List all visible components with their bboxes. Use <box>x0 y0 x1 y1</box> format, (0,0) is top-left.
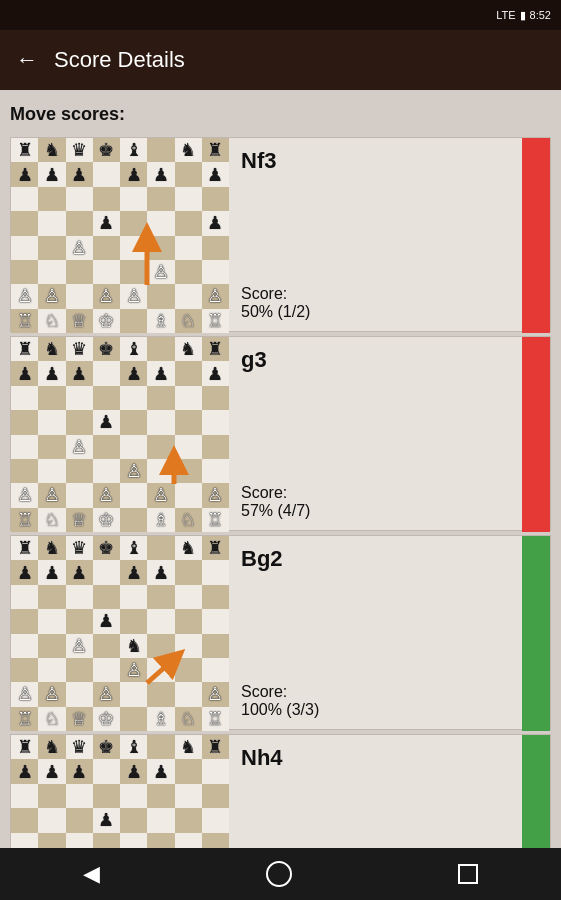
time: 8:52 <box>530 9 551 21</box>
nav-home-button[interactable] <box>266 861 292 887</box>
move-card[interactable]: ♜♞♛♚♝♞♜♟♟♟♟♟♟♟♟♙♙♙♙♙♙♙♖♘♕♔♗♘♖Nf3Score: 5… <box>10 137 551 332</box>
score-bar <box>522 735 550 848</box>
chess-board: ♜♞♛♚♝♞♜♟♟♟♟♟♟♟♟♙♙♙♙♙♙♙♖♘♕♔♗♘♖ <box>11 138 229 333</box>
score-bar <box>522 138 550 333</box>
signal-icon: LTE <box>496 9 515 21</box>
nav-back-button[interactable]: ◀ <box>83 861 100 887</box>
section-title: Move scores: <box>10 104 551 125</box>
chess-board: ♜♞♛♚♝♞♜♟♟♟♟♟♟♟♙♙♙♙♙♙♙♖♘♕♔♗♘♖ <box>11 337 229 532</box>
chess-board: ♜♞♛♚♝♞♜♟♟♟♟♟♟♙♞♙♙♙♙♙♖♘♕♔♗♘♖ <box>11 536 229 731</box>
page-title: Score Details <box>54 47 185 73</box>
move-name: Nf3 <box>241 148 510 174</box>
move-card[interactable]: ♜♞♛♚♝♞♜♟♟♟♟♟♟Nh4 <box>10 734 551 848</box>
status-icons: LTE ▮ 8:52 <box>496 9 551 22</box>
move-card[interactable]: ♜♞♛♚♝♞♜♟♟♟♟♟♟♟♙♙♙♙♙♙♙♖♘♕♔♗♘♖g3Score: 57%… <box>10 336 551 531</box>
move-name: Bg2 <box>241 546 510 572</box>
move-info: Nh4 <box>229 735 522 848</box>
top-bar: ← Score Details <box>0 30 561 90</box>
move-info: g3Score: 57% (4/7) <box>229 337 522 530</box>
nav-recents-button[interactable] <box>458 864 478 884</box>
bottom-nav: ◀ <box>0 848 561 900</box>
move-card[interactable]: ♜♞♛♚♝♞♜♟♟♟♟♟♟♙♞♙♙♙♙♙♖♘♕♔♗♘♖Bg2Score: 100… <box>10 535 551 730</box>
move-name: g3 <box>241 347 510 373</box>
move-score: Score: 57% (4/7) <box>241 484 510 520</box>
move-info: Bg2Score: 100% (3/3) <box>229 536 522 729</box>
move-score: Score: 50% (1/2) <box>241 285 510 321</box>
score-bar <box>522 536 550 731</box>
chess-board: ♜♞♛♚♝♞♜♟♟♟♟♟♟ <box>11 735 229 848</box>
move-name: Nh4 <box>241 745 510 771</box>
back-button[interactable]: ← <box>16 47 38 73</box>
status-bar: LTE ▮ 8:52 <box>0 0 561 30</box>
move-cards-container: ♜♞♛♚♝♞♜♟♟♟♟♟♟♟♟♙♙♙♙♙♙♙♖♘♕♔♗♘♖Nf3Score: 5… <box>10 137 551 848</box>
main-content: Move scores: ♜♞♛♚♝♞♜♟♟♟♟♟♟♟♟♙♙♙♙♙♙♙♖♘♕♔♗… <box>0 90 561 848</box>
move-score: Score: 100% (3/3) <box>241 683 510 719</box>
battery-icon: ▮ <box>520 9 526 22</box>
move-info: Nf3Score: 50% (1/2) <box>229 138 522 331</box>
score-bar <box>522 337 550 532</box>
